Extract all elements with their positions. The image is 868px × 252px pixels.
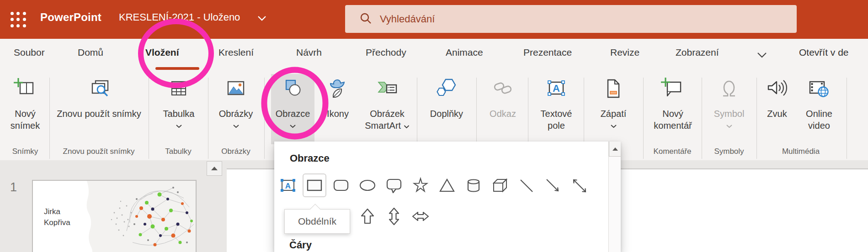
shapes-row-basic: A <box>276 173 594 197</box>
shapes-panel-title: Obrazce <box>290 152 330 164</box>
chevron-down-icon <box>404 125 410 129</box>
reuse-slides-button[interactable]: Znovu použít snímky <box>54 77 144 120</box>
footer-button[interactable]: Zápatí <box>588 77 639 130</box>
shape-rounded-rectangle[interactable] <box>329 173 353 197</box>
tab-zobrazeni[interactable]: Zobrazení <box>676 47 719 58</box>
ribbon-tab-bar: Soubor Domů Vložení Kreslení Návrh Přech… <box>0 39 868 74</box>
new-slide-button[interactable]: Nový snímek <box>4 77 47 131</box>
text-box-icon: A <box>544 77 569 106</box>
app-header: PowerPoint KRESLENÍ-2021 - Uloženo Vyhle… <box>0 0 868 39</box>
omega-symbol-icon <box>717 77 741 106</box>
smartart-button[interactable]: Obrázek SmartArt <box>360 77 414 131</box>
tab-animace[interactable]: Animace <box>446 47 483 58</box>
group-label-komentare: Komentáře <box>653 147 691 156</box>
shape-speech-bubble[interactable] <box>382 173 406 197</box>
tooltip: Obdélník <box>284 209 350 234</box>
group-divider <box>756 78 757 159</box>
shape-double-arrow-line[interactable] <box>568 173 591 197</box>
group-divider <box>49 78 50 159</box>
icons-button[interactable]: Ikony <box>318 77 358 120</box>
tab-prechody[interactable]: Přechody <box>366 47 406 58</box>
group-divider <box>847 78 847 159</box>
group-label-tabulky: Tabulky <box>165 147 192 156</box>
table-button[interactable]: Tabulka <box>153 77 204 130</box>
group-label-symboly: Symboly <box>714 147 744 156</box>
footer-icon <box>601 77 626 106</box>
shape-text-box[interactable]: A <box>276 173 300 197</box>
search-input[interactable]: Vyhledávání <box>345 5 797 33</box>
group-divider <box>643 78 644 159</box>
shape-line[interactable] <box>515 173 538 197</box>
tab-revize[interactable]: Revize <box>610 47 639 58</box>
slide-thumbnail[interactable]: Jirka Kopřiva <box>32 180 197 252</box>
svg-text:A: A <box>285 182 291 190</box>
tab-kresleni[interactable]: Kreslení <box>218 47 254 58</box>
online-video-button[interactable]: Online video <box>796 77 842 131</box>
tab-prezentace[interactable]: Prezentace <box>523 47 572 58</box>
tooltip-text: Obdélník <box>298 216 336 227</box>
shape-triangle[interactable] <box>435 173 459 197</box>
group-divider <box>702 78 702 159</box>
lines-section-title: Čáry <box>289 239 312 251</box>
group-label-znovu-pouzit: Znovu použít snímky <box>63 147 135 156</box>
selected-tab-underline <box>155 67 199 70</box>
document-title-chevron-icon[interactable] <box>257 15 267 23</box>
table-icon <box>166 77 191 106</box>
link-icon <box>490 77 515 106</box>
group-divider <box>149 78 149 159</box>
shape-block-arrow-up-down[interactable] <box>382 205 406 228</box>
shape-rectangle[interactable] <box>303 173 326 197</box>
shape-star[interactable] <box>409 173 432 197</box>
chevron-down-icon <box>233 122 240 130</box>
shape-cylinder[interactable] <box>462 173 485 197</box>
chevron-down-icon <box>289 122 296 130</box>
tabs-overflow-chevron-icon[interactable] <box>756 52 767 60</box>
tab-navrh[interactable]: Návrh <box>296 47 322 58</box>
svg-text:A: A <box>553 83 560 94</box>
smartart-icon <box>375 77 399 106</box>
group-label-obrazky: Obrázky <box>221 147 250 156</box>
search-icon <box>360 12 372 26</box>
pictures-button[interactable]: Obrázky <box>211 77 261 130</box>
online-video-icon <box>807 77 831 106</box>
shape-cube[interactable] <box>488 173 512 197</box>
shape-block-arrow-left-right[interactable] <box>409 205 432 228</box>
group-label-multimedia: Multimédia <box>782 147 820 156</box>
tab-vlozeni[interactable]: Vložení <box>145 47 179 58</box>
tab-soubor[interactable]: Soubor <box>14 47 45 58</box>
document-title[interactable]: KRESLENÍ-2021 - Uloženo <box>119 11 240 23</box>
shape-block-arrow-up[interactable] <box>356 205 379 228</box>
shapes-panel-scroll-up-button[interactable] <box>609 142 621 157</box>
pictures-icon <box>224 77 248 106</box>
audio-icon <box>765 77 789 106</box>
new-slide-icon <box>13 77 37 106</box>
shapes-panel-scrollbar[interactable] <box>608 142 621 252</box>
shape-arrow-line[interactable] <box>541 173 565 197</box>
slides-scrollbar-up-button[interactable] <box>207 161 222 176</box>
link-button[interactable]: Odkaz <box>481 77 525 120</box>
chevron-down-icon <box>610 122 617 130</box>
slide-title-text: Jirka Kopřiva <box>44 206 70 228</box>
app-launcher-waffle-icon[interactable] <box>9 10 27 29</box>
app-name[interactable]: PowerPoint <box>40 11 101 24</box>
shapes-icon <box>281 77 305 106</box>
symbol-button[interactable]: Symbol <box>705 77 753 130</box>
slide-number: 1 <box>10 180 17 194</box>
audio-button[interactable]: Zvuk <box>760 77 794 120</box>
icons-duck-leaf-icon <box>325 77 350 106</box>
open-in-desktop-button[interactable]: Otevřít v de <box>799 47 849 58</box>
reuse-slides-icon <box>87 77 112 106</box>
scroll-up-arrow-icon <box>612 147 618 151</box>
shapes-dropdown-panel: Obrazce A <box>274 142 621 252</box>
text-box-button[interactable]: A Textové pole <box>531 77 581 131</box>
group-divider <box>264 78 265 159</box>
add-ins-button[interactable]: Doplňky <box>421 77 473 120</box>
shape-oval[interactable] <box>356 173 379 197</box>
new-comment-button[interactable]: Nový komentář <box>647 77 699 131</box>
shapes-button[interactable]: Obrazce <box>271 74 314 144</box>
tab-domu[interactable]: Domů <box>78 47 103 58</box>
new-comment-icon <box>660 77 685 106</box>
search-placeholder: Vyhledávání <box>380 13 435 25</box>
group-label-snimky: Snímky <box>12 147 38 156</box>
chevron-down-icon <box>726 122 733 130</box>
